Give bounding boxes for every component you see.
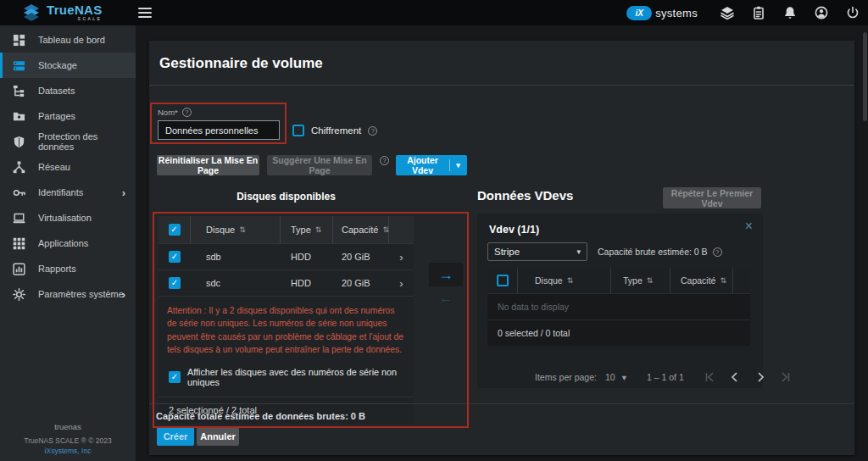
suggest-layout-button[interactable]: Suggérer Une Mise En Page: [267, 155, 372, 175]
select-all-checkbox[interactable]: ✓: [169, 224, 181, 236]
vdev-title: Vdev (1/1): [489, 224, 539, 236]
available-disks-title: Disques disponibles: [159, 191, 414, 203]
user-account-icon[interactable]: [815, 6, 828, 19]
help-icon[interactable]: ?: [368, 126, 377, 136]
help-icon[interactable]: ?: [182, 108, 192, 117]
column-type[interactable]: Type: [291, 225, 311, 235]
items-per-page-value: 10: [605, 372, 615, 382]
sidebar-item-shares[interactable]: Partages: [0, 103, 136, 129]
column-capacite[interactable]: Capacité: [681, 275, 715, 286]
caret-down-icon: ▾: [622, 372, 626, 382]
sidebar-item-reports[interactable]: Rapports: [0, 256, 136, 281]
close-icon[interactable]: ×: [745, 219, 753, 234]
add-vdev-button[interactable]: Ajouter Vdev ▾: [396, 155, 467, 175]
sidebar: Tableau de bord Stockage Datasets Partag…: [0, 25, 136, 461]
add-vdev-label: Ajouter Vdev: [397, 155, 449, 175]
sidebar-item-datasets[interactable]: Datasets: [0, 78, 136, 103]
sidebar-item-label: Partages: [38, 111, 75, 121]
column-capacite[interactable]: Capacité: [342, 225, 378, 235]
volume-manager-card: Gestionnaire de volume Nom* ? Chiffremen…: [149, 41, 854, 455]
sidebar-item-label: Tableau de bord: [38, 35, 105, 45]
sidebar-item-system-settings[interactable]: Paramètres système ›: [0, 281, 136, 307]
caret-down-icon[interactable]: ▾: [450, 161, 467, 169]
reports-chart-icon: [13, 263, 25, 275]
network-icon: [13, 161, 25, 174]
first-page-button[interactable]: [701, 369, 718, 386]
alerts-bell-icon[interactable]: [783, 6, 797, 19]
sort-icon[interactable]: ⇅: [647, 276, 654, 285]
encryption-checkbox[interactable]: [292, 125, 304, 136]
sidebar-item-data-protection[interactable]: Protection des données: [0, 129, 136, 154]
disk-capacity: 20 GiB: [342, 252, 370, 262]
scrollbar-thumb[interactable]: [863, 32, 867, 121]
sidebar-item-label: Réseau: [38, 162, 70, 172]
table-row-sdc[interactable]: ✓ sdc HDD 20 GiB ›: [159, 269, 414, 296]
truenas-logo-icon: [22, 3, 41, 21]
repeat-first-vdev-button[interactable]: Répéter Le Premier Vdev: [663, 187, 761, 208]
sidebar-item-credentials[interactable]: Identifiants ›: [0, 180, 136, 205]
ix-oval: iX: [626, 6, 652, 20]
sort-icon[interactable]: ⇅: [239, 225, 246, 234]
pagination: Items per page: 10 ▾ 1 – 1 of 1: [535, 368, 794, 386]
cancel-button[interactable]: Annuler: [197, 427, 239, 446]
brand-sub: SCALE: [47, 17, 102, 21]
disk-name: sdc: [206, 278, 220, 288]
sidebar-item-label: Paramètres système: [38, 289, 124, 299]
jobs-icon[interactable]: [752, 6, 765, 19]
sidebar-item-network[interactable]: Réseau: [0, 154, 136, 180]
row-checkbox[interactable]: ✓: [169, 277, 181, 289]
reset-layout-button[interactable]: Réinitialiser La Mise En Page: [157, 155, 259, 175]
select-all-checkbox[interactable]: [497, 275, 509, 286]
help-icon[interactable]: ?: [380, 156, 389, 165]
page-range: 1 – 1 of 1: [647, 372, 684, 382]
show-nonunique-label: Afficher les disques avec des numéros de…: [187, 367, 405, 387]
divider: [149, 403, 854, 404]
shield-icon: [13, 136, 25, 148]
table-row-sdb[interactable]: ✓ sdb HDD 20 GiB ›: [159, 243, 414, 269]
next-page-button[interactable]: [752, 369, 769, 386]
sort-icon[interactable]: ⇅: [720, 276, 726, 285]
column-type[interactable]: Type: [623, 275, 643, 286]
previous-page-button[interactable]: [726, 369, 743, 386]
storage-icon: [13, 59, 25, 72]
sort-icon[interactable]: ⇅: [567, 276, 574, 285]
sidebar-item-dashboard[interactable]: Tableau de bord: [0, 27, 136, 53]
column-disque[interactable]: Disque: [206, 225, 235, 235]
create-button[interactable]: Créer: [157, 427, 194, 446]
ixsystems-link[interactable]: iXsystems, Inc: [0, 447, 136, 456]
sort-icon[interactable]: ⇅: [382, 225, 389, 234]
layout-select[interactable]: Stripe ▾: [487, 242, 587, 261]
sort-icon[interactable]: ⇅: [315, 225, 322, 234]
items-per-page-label: Items per page:: [535, 372, 597, 382]
show-nonunique-checkbox[interactable]: ✓: [169, 371, 181, 383]
chevron-right-icon: ›: [122, 288, 125, 301]
gear-icon: [13, 288, 25, 301]
name-field-label-row: Nom* ?: [158, 108, 192, 117]
show-nonunique-row: ✓ Afficher les disques avec des numéros …: [159, 360, 414, 389]
vdev-table: Disque⇅ Type⇅ Capacité⇅ No data to displ…: [487, 268, 750, 346]
divider: [149, 85, 854, 86]
expand-row-icon[interactable]: ›: [399, 277, 403, 290]
column-disque[interactable]: Disque: [535, 275, 563, 286]
move-right-button[interactable]: →: [429, 263, 463, 286]
power-icon[interactable]: [846, 6, 860, 19]
pool-name-input[interactable]: [158, 120, 280, 140]
move-left-button[interactable]: ←: [429, 288, 463, 308]
sidebar-item-virtualization[interactable]: Virtualisation: [0, 205, 136, 230]
truenas-logo[interactable]: TrueNAS SCALE: [22, 3, 102, 21]
sidebar-item-applications[interactable]: Applications: [0, 230, 136, 256]
copyright: TrueNAS SCALE ® © 2023: [0, 437, 136, 446]
datasets-tree-icon: [13, 85, 25, 97]
shares-folder-icon: [13, 110, 25, 123]
help-icon[interactable]: ?: [713, 247, 722, 257]
sidebar-item-storage[interactable]: Stockage: [0, 53, 136, 78]
menu-toggle-icon[interactable]: [138, 8, 152, 18]
brand-name: TrueNAS: [47, 3, 102, 16]
items-per-page-select[interactable]: 10 ▾: [605, 372, 626, 382]
last-page-button[interactable]: [777, 369, 794, 386]
row-checkbox[interactable]: ✓: [169, 251, 181, 263]
vdev-table-header: Disque⇅ Type⇅ Capacité⇅: [487, 268, 750, 293]
expand-row-icon[interactable]: ›: [399, 251, 403, 264]
truecommand-icon[interactable]: [721, 6, 734, 19]
serial-warning-text: Attention : Il y a 2 disques disponibles…: [167, 304, 405, 357]
